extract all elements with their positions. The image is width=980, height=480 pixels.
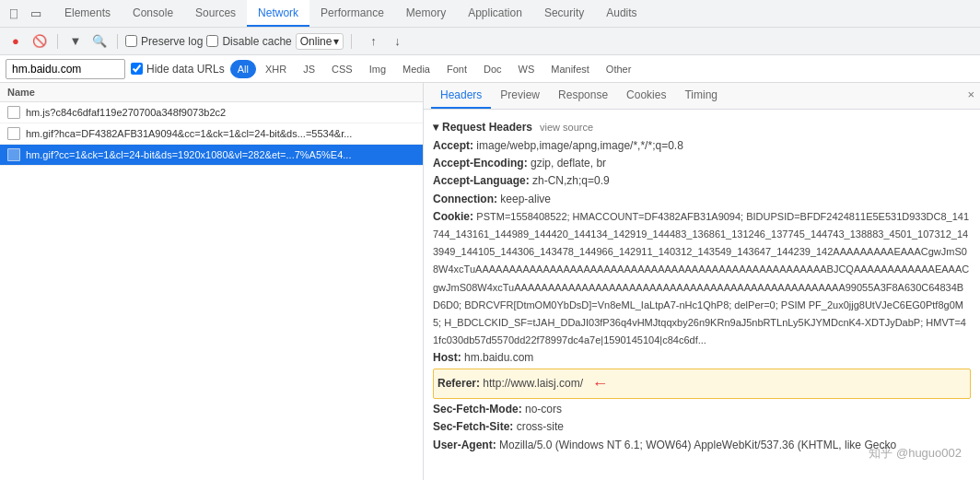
disable-cache-text: Disable cache (222, 35, 291, 48)
header-value-accept-encoding: gzip, deflate, br (531, 157, 606, 170)
header-host: Host: hm.baidu.com (433, 349, 971, 367)
online-label: Online (300, 35, 332, 48)
hide-data-checkbox[interactable] (131, 63, 143, 75)
section-label: Request Headers (442, 121, 532, 134)
panel-tab-timing[interactable]: Timing (675, 83, 727, 109)
header-name-referer: Referer: (438, 377, 483, 390)
search-button[interactable]: 🔍 (89, 31, 110, 52)
tab-sources[interactable]: Sources (184, 0, 247, 27)
header-name-connection: Connection: (433, 193, 500, 205)
file-name-2: hm.gif?cc=1&ck=1&cl=24-bit&ds=1920x1080&… (26, 149, 351, 160)
filter-xhr[interactable]: XHR (258, 60, 294, 78)
file-name-1: hm.gif?hca=DF4382AFB31A9094&cc=1&ck=1&cl… (26, 128, 352, 139)
panel-tab-headers[interactable]: Headers (431, 83, 491, 109)
record-button[interactable]: ● (6, 31, 26, 52)
preserve-log-checkbox[interactable] (125, 35, 137, 47)
filter-button[interactable]: ▼ (65, 31, 86, 52)
separator-2 (117, 34, 118, 49)
filter-types-group: All XHR JS CSS Img Media Font Doc WS Man… (230, 60, 639, 78)
file-list-header: Name (0, 83, 423, 102)
tab-performance[interactable]: Performance (309, 0, 395, 27)
hide-data-text: Hide data URLs (146, 63, 225, 76)
tab-elements[interactable]: Elements (53, 0, 122, 27)
file-list-panel: Name hm.js?c84c6dfaf119e270700a348f9073b… (0, 83, 424, 480)
panel-tabs: × Headers Preview Response Cookies Timin… (424, 83, 980, 110)
header-sec-fetch-site: Sec-Fetch-Site: cross-site (433, 418, 971, 436)
tab-security[interactable]: Security (533, 0, 595, 27)
header-value-accept-language: zh-CN,zh;q=0.9 (532, 174, 610, 187)
filter-other[interactable]: Other (599, 60, 639, 78)
devtools-container: ⎕ ▭ Elements Console Sources Network Per… (0, 0, 980, 480)
header-referer: Referer: http://www.laisj.com/ ← (433, 369, 971, 399)
clear-button[interactable]: 🚫 (29, 31, 50, 52)
panel-tab-preview[interactable]: Preview (491, 83, 549, 109)
header-name-cookie: Cookie: (433, 210, 476, 223)
filter-all[interactable]: All (230, 60, 256, 78)
file-item-0[interactable]: hm.js?c84c6dfaf119e270700a348f9073b2c2 (0, 102, 423, 123)
inspect-icon[interactable]: ⎕ (4, 4, 24, 24)
header-name-accept-language: Accept-Language: (433, 174, 532, 187)
tab-audits[interactable]: Audits (595, 0, 648, 27)
top-tab-bar: ⎕ ▭ Elements Console Sources Network Per… (0, 0, 980, 28)
header-name-accept: Accept: (433, 139, 476, 152)
download-button[interactable]: ↓ (387, 31, 407, 52)
separator-1 (57, 34, 58, 49)
file-name-0: hm.js?c84c6dfaf119e270700a348f9073b2c2 (26, 107, 226, 118)
header-value-host: hm.baidu.com (464, 351, 533, 364)
tab-application[interactable]: Application (457, 0, 533, 27)
device-icon[interactable]: ▭ (26, 4, 46, 24)
filter-media[interactable]: Media (395, 60, 438, 78)
header-value-sec-fetch-site: cross-site (517, 420, 564, 433)
disable-cache-checkbox[interactable] (206, 35, 218, 47)
header-value-user-agent: Mozilla/5.0 (Windows NT 6.1; WOW64) Appl… (499, 439, 896, 451)
filter-manifest[interactable]: Manifest (543, 60, 597, 78)
header-accept-language: Accept-Language: zh-CN,zh;q=0.9 (433, 172, 971, 190)
header-accept: Accept: image/webp,image/apng,image/*,*/… (433, 137, 971, 155)
separator-3 (351, 34, 352, 49)
arrow-indicator: ← (591, 370, 608, 397)
header-value-cookie: PSTM=1558408522; HMACCOUNT=DF4382AFB31A9… (433, 211, 969, 345)
header-sec-fetch-mode: Sec-Fetch-Mode: no-cors (433, 401, 971, 418)
header-value-accept: image/webp,image/apng,image/*,*/*;q=0.8 (476, 139, 682, 152)
request-headers-title: ▾ Request Headers view source (433, 121, 971, 134)
header-value-connection: keep-alive (500, 193, 551, 205)
header-name-accept-encoding: Accept-Encoding: (433, 157, 531, 170)
header-accept-encoding: Accept-Encoding: gzip, deflate, br (433, 155, 971, 172)
close-icon[interactable]: × (967, 88, 974, 101)
network-toolbar: ● 🚫 ▼ 🔍 Preserve log Disable cache Onlin… (0, 28, 980, 55)
file-item-2[interactable]: hm.gif?cc=1&ck=1&cl=24-bit&ds=1920x1080&… (0, 145, 423, 166)
file-icon-0 (7, 106, 20, 119)
file-icon-2 (7, 148, 20, 161)
online-select[interactable]: Online ▾ (296, 33, 344, 50)
view-source-link[interactable]: view source (540, 122, 593, 133)
file-item-1[interactable]: hm.gif?hca=DF4382AFB31A9094&cc=1&ck=1&cl… (0, 123, 423, 145)
header-connection: Connection: keep-alive (433, 191, 971, 208)
url-filter-input[interactable] (6, 59, 125, 79)
header-value-referer: http://www.laisj.com/ (483, 377, 583, 390)
filter-font[interactable]: Font (439, 60, 474, 78)
collapse-arrow-icon[interactable]: ▾ (433, 121, 438, 134)
filter-ws[interactable]: WS (511, 60, 542, 78)
disable-cache-label[interactable]: Disable cache (206, 35, 291, 48)
panel-tab-response[interactable]: Response (549, 83, 617, 109)
tab-network[interactable]: Network (247, 0, 309, 27)
filter-doc[interactable]: Doc (476, 60, 509, 78)
main-content: Name hm.js?c84c6dfaf119e270700a348f9073b… (0, 83, 980, 480)
preserve-log-text: Preserve log (141, 35, 203, 48)
chevron-icon: ▾ (333, 35, 339, 48)
filter-js[interactable]: JS (296, 60, 322, 78)
preserve-log-label[interactable]: Preserve log (125, 35, 203, 48)
tab-memory[interactable]: Memory (395, 0, 457, 27)
upload-button[interactable]: ↑ (363, 31, 383, 52)
filter-img[interactable]: Img (362, 60, 393, 78)
file-icon-1 (7, 127, 20, 140)
header-name-sec-fetch-site: Sec-Fetch-Site: (433, 420, 517, 433)
header-value-sec-fetch-mode: no-cors (525, 403, 562, 416)
tab-console[interactable]: Console (122, 0, 184, 27)
header-cookie: Cookie: PSTM=1558408522; HMACCOUNT=DF438… (433, 208, 971, 350)
header-name-sec-fetch-mode: Sec-Fetch-Mode: (433, 403, 525, 416)
panel-tab-cookies[interactable]: Cookies (617, 83, 675, 109)
hide-data-label[interactable]: Hide data URLs (131, 63, 225, 76)
header-name-user-agent: User-Agent: (433, 439, 499, 451)
filter-css[interactable]: CSS (324, 60, 360, 78)
